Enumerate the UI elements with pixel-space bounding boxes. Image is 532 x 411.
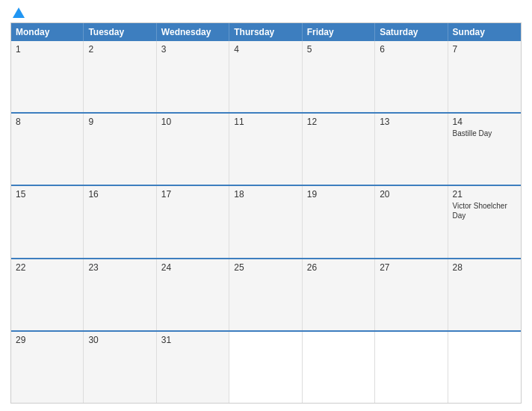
day-number: 10 [161, 117, 224, 127]
day-number: 26 [307, 262, 370, 273]
day-number: 8 [16, 117, 78, 127]
day-cell [303, 332, 375, 403]
event-text: Victor Shoelcher Day [453, 201, 516, 220]
day-cell: 12 [303, 114, 375, 185]
week-row-4: 22232425262728 [11, 258, 521, 330]
week-row-1: 1234567 [11, 41, 521, 112]
logo [10, 7, 25, 18]
day-number: 22 [16, 262, 78, 273]
day-name-friday: Friday [303, 23, 375, 41]
day-number: 31 [161, 335, 224, 345]
day-number: 12 [307, 117, 370, 127]
day-cell [229, 332, 302, 403]
days-header: MondayTuesdayWednesdayThursdayFridaySatu… [11, 23, 521, 41]
calendar-page: MondayTuesdayWednesdayThursdayFridaySatu… [0, 0, 532, 411]
day-cell: 5 [303, 41, 375, 112]
day-cell [448, 332, 521, 403]
day-name-monday: Monday [11, 23, 84, 41]
day-cell: 15 [11, 186, 84, 257]
day-cell: 25 [229, 259, 302, 330]
day-cell: 4 [229, 41, 302, 112]
day-number: 3 [161, 44, 224, 55]
day-cell: 30 [84, 332, 156, 403]
day-cell: 13 [375, 114, 448, 185]
day-number: 25 [234, 262, 297, 273]
day-cell: 11 [229, 114, 302, 185]
day-cell: 21Victor Shoelcher Day [448, 186, 521, 257]
day-number: 1 [16, 44, 78, 55]
day-cell: 9 [84, 114, 156, 185]
day-cell: 7 [448, 41, 521, 112]
day-number: 16 [88, 189, 151, 200]
day-number: 9 [88, 117, 151, 127]
day-number: 30 [88, 335, 151, 345]
day-cell: 19 [303, 186, 375, 257]
day-number: 4 [234, 44, 297, 55]
day-cell: 31 [157, 332, 229, 403]
day-number: 23 [88, 262, 151, 273]
day-cell: 29 [11, 332, 84, 403]
day-cell: 10 [157, 114, 229, 185]
day-cell: 16 [84, 186, 156, 257]
day-cell: 17 [157, 186, 229, 257]
day-name-wednesday: Wednesday [157, 23, 229, 41]
week-row-2: 891011121314Bastille Day [11, 112, 521, 185]
day-number: 19 [307, 189, 370, 200]
day-name-saturday: Saturday [375, 23, 448, 41]
day-number: 18 [234, 189, 297, 200]
logo-triangle-icon [13, 7, 25, 18]
day-name-sunday: Sunday [448, 23, 521, 41]
day-cell [375, 332, 448, 403]
day-number: 6 [380, 44, 442, 55]
day-number: 17 [161, 189, 224, 200]
weeks-container: 1234567891011121314Bastille Day151617181… [11, 41, 521, 403]
logo-blue-text [10, 7, 25, 18]
day-cell: 20 [375, 186, 448, 257]
day-cell: 14Bastille Day [448, 114, 521, 185]
day-number: 5 [307, 44, 370, 55]
day-cell: 2 [84, 41, 156, 112]
day-number: 21 [453, 189, 516, 200]
calendar-header [10, 7, 522, 18]
day-cell: 24 [157, 259, 229, 330]
day-cell: 22 [11, 259, 84, 330]
day-number: 7 [453, 44, 516, 55]
event-text: Bastille Day [453, 129, 516, 138]
day-number: 11 [234, 117, 297, 127]
day-cell: 6 [375, 41, 448, 112]
day-cell: 1 [11, 41, 84, 112]
week-row-3: 15161718192021Victor Shoelcher Day [11, 185, 521, 257]
day-cell: 8 [11, 114, 84, 185]
day-number: 2 [88, 44, 151, 55]
day-cell: 28 [448, 259, 521, 330]
day-cell: 26 [303, 259, 375, 330]
day-name-thursday: Thursday [229, 23, 302, 41]
day-name-tuesday: Tuesday [84, 23, 156, 41]
day-cell: 3 [157, 41, 229, 112]
week-row-5: 293031 [11, 330, 521, 403]
day-cell: 18 [229, 186, 302, 257]
calendar-grid: MondayTuesdayWednesdayThursdayFridaySatu… [10, 22, 522, 404]
day-number: 28 [453, 262, 516, 273]
day-number: 29 [16, 335, 78, 345]
day-cell: 27 [375, 259, 448, 330]
day-cell: 23 [84, 259, 156, 330]
day-number: 13 [380, 117, 442, 127]
day-number: 15 [16, 189, 78, 200]
day-number: 27 [380, 262, 442, 273]
day-number: 14 [453, 117, 516, 127]
day-number: 24 [161, 262, 224, 273]
day-number: 20 [380, 189, 442, 200]
